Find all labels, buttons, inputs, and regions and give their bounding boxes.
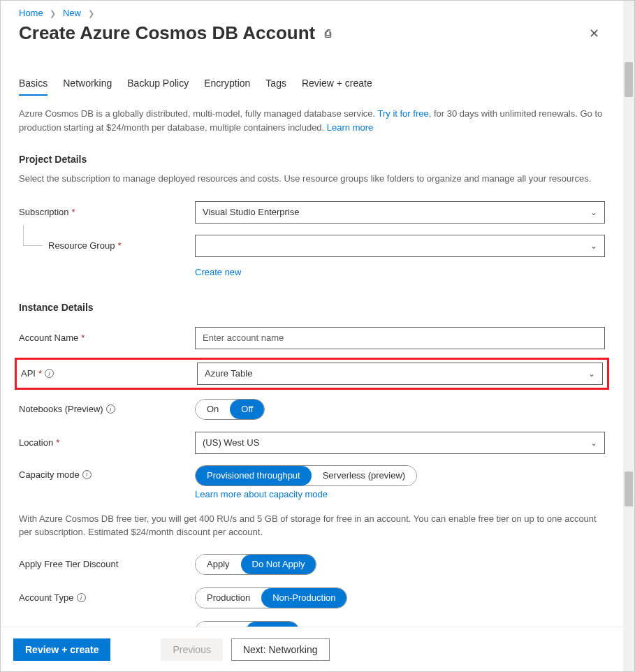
account-name-label: Account Name* — [19, 333, 195, 343]
resource-group-label: Resource Group* — [19, 240, 195, 251]
account-type-production[interactable]: Production — [196, 588, 261, 608]
close-button[interactable]: ✕ — [583, 23, 605, 44]
chevron-down-icon: ⌄ — [590, 207, 597, 217]
api-highlight: API* i Azure Table ⌄ — [15, 358, 609, 390]
learn-more-link[interactable]: Learn more — [327, 122, 373, 133]
info-icon[interactable]: i — [82, 470, 92, 479]
tab-backup-policy[interactable]: Backup Policy — [127, 78, 189, 96]
notebooks-off[interactable]: Off — [230, 400, 264, 419]
account-type-label: Account Type i — [19, 592, 195, 603]
account-type-nonproduction[interactable]: Non-Production — [261, 588, 346, 608]
free-tier-apply[interactable]: Apply — [196, 555, 241, 574]
api-select[interactable]: Azure Table ⌄ — [197, 363, 603, 385]
project-details-desc: Select the subscription to manage deploy… — [19, 172, 605, 186]
capacity-mode-toggle[interactable]: Provisioned throughput Serverless (previ… — [195, 465, 417, 486]
notebooks-toggle[interactable]: On Off — [195, 399, 265, 420]
scrollbar-thumb[interactable] — [625, 62, 633, 97]
tab-networking[interactable]: Networking — [63, 78, 112, 96]
breadcrumb: Home ❯ New ❯ — [19, 8, 605, 18]
review-create-button[interactable]: Review + create — [13, 638, 110, 661]
resource-group-select[interactable]: ⌄ — [195, 235, 605, 257]
free-tier-label: Apply Free Tier Discount — [19, 559, 195, 569]
capacity-learn-more-link[interactable]: Learn more about capacity mode — [195, 489, 328, 499]
chevron-down-icon: ⌄ — [590, 241, 597, 251]
capacity-provisioned[interactable]: Provisioned throughput — [196, 466, 312, 485]
capacity-serverless[interactable]: Serverless (preview) — [312, 466, 416, 485]
try-free-link[interactable]: Try it for free — [378, 108, 429, 119]
scrollbar-thumb[interactable] — [625, 472, 633, 506]
tab-basics[interactable]: Basics — [19, 78, 48, 96]
footer: Review + create Previous Next: Networkin… — [1, 627, 623, 671]
chevron-right-icon: ❯ — [88, 9, 94, 17]
page-title: Create Azure Cosmos DB Account ⎙ — [19, 22, 331, 44]
free-tier-description: With Azure Cosmos DB free tier, you will… — [19, 512, 605, 539]
subscription-select[interactable]: Visual Studio Enterprise ⌄ — [195, 201, 605, 224]
chevron-down-icon: ⌄ — [588, 369, 595, 379]
chevron-down-icon: ⌄ — [590, 438, 597, 448]
api-label: API* i — [21, 368, 197, 379]
account-type-toggle[interactable]: Production Non-Production — [195, 587, 347, 608]
breadcrumb-new[interactable]: New — [63, 8, 81, 18]
tab-review-create[interactable]: Review + create — [302, 78, 372, 96]
scrollbar[interactable] — [623, 1, 634, 671]
free-tier-toggle[interactable]: Apply Do Not Apply — [195, 554, 316, 575]
account-name-input[interactable]: Enter account name — [195, 327, 605, 349]
chevron-right-icon: ❯ — [50, 9, 56, 17]
info-icon[interactable]: i — [77, 593, 86, 602]
info-icon[interactable]: i — [45, 369, 54, 378]
tab-encryption[interactable]: Encryption — [204, 78, 250, 96]
create-new-rg-link[interactable]: Create new — [195, 267, 241, 277]
previous-button[interactable]: Previous — [161, 638, 222, 661]
capacity-mode-label: Capacity mode i — [19, 465, 195, 480]
tab-tags[interactable]: Tags — [265, 78, 286, 96]
intro-text: Azure Cosmos DB is a globally distribute… — [19, 107, 605, 134]
breadcrumb-home[interactable]: Home — [19, 8, 43, 18]
project-details-heading: Project Details — [19, 154, 605, 165]
location-label: Location* — [19, 437, 195, 448]
location-select[interactable]: (US) West US ⌄ — [195, 432, 605, 454]
subscription-label: Subscription* — [19, 207, 195, 217]
next-button[interactable]: Next: Networking — [231, 638, 330, 661]
instance-details-heading: Instance Details — [19, 302, 605, 313]
free-tier-do-not-apply[interactable]: Do Not Apply — [241, 555, 316, 574]
pin-icon[interactable]: ⎙ — [325, 27, 331, 39]
notebooks-on[interactable]: On — [196, 400, 230, 419]
notebooks-label: Notebooks (Preview) i — [19, 404, 195, 414]
tab-bar: Basics Networking Backup Policy Encrypti… — [19, 78, 605, 96]
info-icon[interactable]: i — [106, 404, 115, 414]
